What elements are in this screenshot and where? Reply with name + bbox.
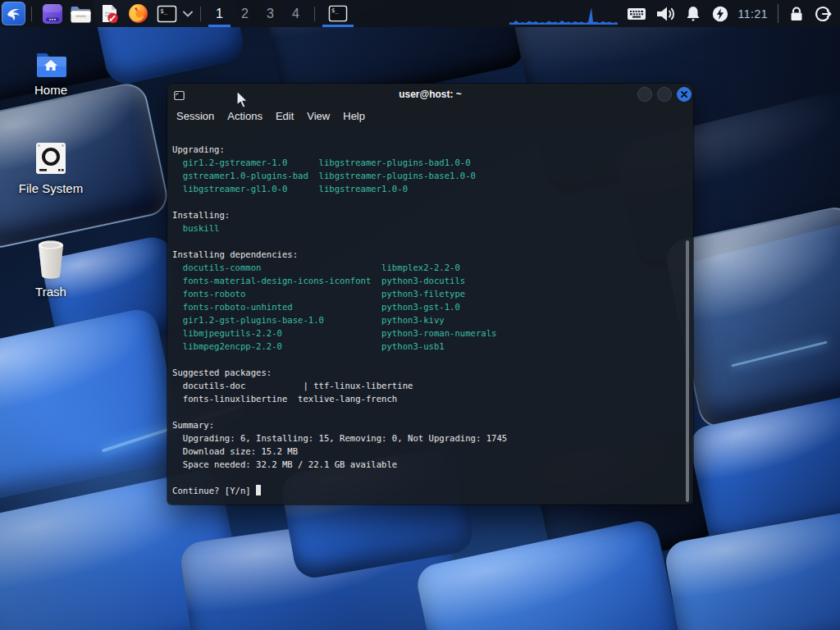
panel-clock[interactable]: 11:21 xyxy=(738,0,769,27)
launcher-app-window[interactable] xyxy=(38,0,66,27)
logout-button[interactable] xyxy=(814,0,833,27)
terminal-icon: $_ xyxy=(157,4,177,24)
terminal-icon: $_ xyxy=(328,4,348,23)
terminal-line xyxy=(172,195,685,208)
launcher-text-editor[interactable] xyxy=(95,0,124,27)
applications-menu-button[interactable] xyxy=(2,2,25,25)
workspace-2[interactable]: 2 xyxy=(232,0,258,27)
desktop-icon-label: File System xyxy=(11,181,90,195)
terminal-line: docutils-doc | ttf-linux-libertine xyxy=(172,379,685,392)
notifications[interactable] xyxy=(684,0,702,27)
logout-icon xyxy=(814,5,833,23)
close-button[interactable] xyxy=(677,87,692,102)
terminal-line: Installing: xyxy=(172,208,685,221)
terminal-scrollbar[interactable] xyxy=(686,240,689,502)
minimize-button[interactable] xyxy=(637,87,652,102)
home-folder-icon xyxy=(11,49,90,77)
workspace-4[interactable]: 4 xyxy=(283,0,308,27)
app-window-icon xyxy=(42,3,63,25)
file-manager-icon xyxy=(70,4,92,24)
terminal-window: user@host: ~ Session Actions Edit View H… xyxy=(167,84,693,504)
trash-icon xyxy=(11,240,90,279)
terminal-line: fonts-material-design-icons-iconfont pyt… xyxy=(172,274,685,287)
terminal-line: gstreamer1.0-plugins-bad libgstreamer-pl… xyxy=(172,169,685,182)
notifications-bell-icon xyxy=(684,5,702,23)
terminal-line: Summary: xyxy=(172,418,685,431)
screen-lock-button[interactable] xyxy=(788,0,805,27)
terminal-output[interactable]: Upgrading: gir1.2-gstreamer-1.0 libgstre… xyxy=(167,126,693,504)
svg-text:$_: $_ xyxy=(331,7,339,14)
mouse-cursor xyxy=(236,90,249,109)
terminal-line: fonts-roboto-unhinted python3-gst-1.0 xyxy=(172,300,685,313)
text-editor-icon xyxy=(100,3,120,24)
maximize-button[interactable] xyxy=(657,87,672,102)
firefox-icon xyxy=(128,3,148,24)
panel-separator xyxy=(31,7,32,21)
top-panel: $_ 1 2 3 4 $_ xyxy=(0,0,840,27)
svg-text:$_: $_ xyxy=(160,7,168,14)
keyboard-icon xyxy=(627,7,646,21)
power-manager[interactable] xyxy=(711,0,729,27)
terminal-line: Upgrading: xyxy=(172,143,685,156)
menu-session[interactable]: Session xyxy=(170,107,221,126)
terminal-cursor xyxy=(256,485,261,495)
terminal-line xyxy=(172,353,685,366)
desktop-icon-trash[interactable]: Trash xyxy=(11,240,90,299)
screen-lock-icon xyxy=(788,5,805,22)
desktop-icon-file-system[interactable]: File System xyxy=(11,141,90,195)
terminal-line: Suggested packages: xyxy=(172,366,685,379)
terminal-line: gir1.2-gstreamer-1.0 libgstreamer-plugin… xyxy=(172,156,685,169)
panel-separator xyxy=(200,7,201,21)
menu-help[interactable]: Help xyxy=(336,107,372,126)
terminal-line: Space needed: 32.2 MB / 22.1 GB availabl… xyxy=(172,458,685,471)
volume-control[interactable] xyxy=(655,0,675,27)
desktop-icon-label: Home xyxy=(11,83,90,97)
panel-separator xyxy=(778,4,778,23)
panel-separator xyxy=(314,7,315,21)
launcher-file-manager[interactable] xyxy=(66,0,95,27)
cpu-graph[interactable] xyxy=(509,0,618,27)
volume-icon xyxy=(655,6,675,22)
chevron-down-icon xyxy=(183,11,193,17)
terminal-line xyxy=(172,405,685,418)
terminal-line: gir1.2-gst-plugins-base-1.0 python3-kivy xyxy=(172,313,685,326)
workspace-1[interactable]: 1 xyxy=(207,0,232,27)
terminal-line: libgstreamer-gl1.0-0 libgstreamer1.0-0 xyxy=(172,182,685,195)
terminal-line: fonts-roboto python3-filetype xyxy=(172,287,685,300)
terminal-line: buskill xyxy=(172,221,685,235)
terminal-line: Upgrading: 6, Installing: 15, Removing: … xyxy=(172,431,685,445)
close-icon xyxy=(680,90,688,98)
desktop: Home File System xyxy=(0,0,840,630)
desktop-icon-label: Trash xyxy=(11,285,90,299)
launcher-firefox[interactable] xyxy=(124,0,153,27)
taskbar-item-terminal[interactable]: $_ xyxy=(321,0,355,27)
desktop-icon-home[interactable]: Home xyxy=(11,49,90,97)
terminal-line: fonts-linuxlibertine texlive-lang-french xyxy=(172,392,685,405)
terminal-line xyxy=(172,471,685,484)
kali-menu-icon xyxy=(5,5,22,22)
terminal-line: libmpeg2encpp-2.2-0 python3-usb1 xyxy=(172,340,685,353)
launcher-terminal[interactable]: $_ xyxy=(153,0,181,27)
terminal-line: Download size: 15.2 MB xyxy=(172,445,685,458)
keyboard-layout-indicator[interactable] xyxy=(627,0,646,27)
workspace-3[interactable]: 3 xyxy=(258,0,283,27)
terminal-line: docutils-common libmplex2-2.2-0 xyxy=(172,261,685,274)
launcher-dropdown[interactable] xyxy=(181,0,194,27)
drive-icon xyxy=(11,141,90,176)
terminal-line: libmjpegutils-2.2-0 python3-roman-numera… xyxy=(172,326,685,340)
terminal-line: Continue? [Y/n] xyxy=(172,484,685,497)
menu-edit[interactable]: Edit xyxy=(269,107,300,126)
power-manager-icon xyxy=(711,5,729,23)
menu-view[interactable]: View xyxy=(300,107,336,126)
terminal-line xyxy=(172,235,685,248)
terminal-line: Installing dependencies: xyxy=(172,248,685,261)
